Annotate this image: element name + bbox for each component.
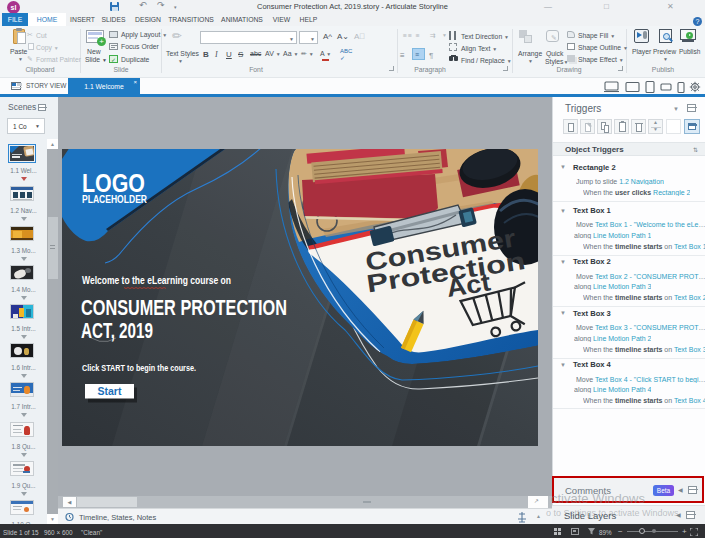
svg-text:Start: Start [98, 385, 122, 397]
svg-text:LOGO: LOGO [82, 169, 145, 197]
svg-text:ACT, 2019: ACT, 2019 [81, 318, 153, 343]
svg-text:CONSUMER PROTECTION: CONSUMER PROTECTION [81, 295, 287, 320]
svg-text:Click START to begin the cours: Click START to begin the course. [82, 362, 196, 373]
svg-text:PLACEHOLDER: PLACEHOLDER [82, 194, 148, 205]
svg-text:Welcome to the eLearning cours: Welcome to the eLearning course on [82, 275, 231, 286]
